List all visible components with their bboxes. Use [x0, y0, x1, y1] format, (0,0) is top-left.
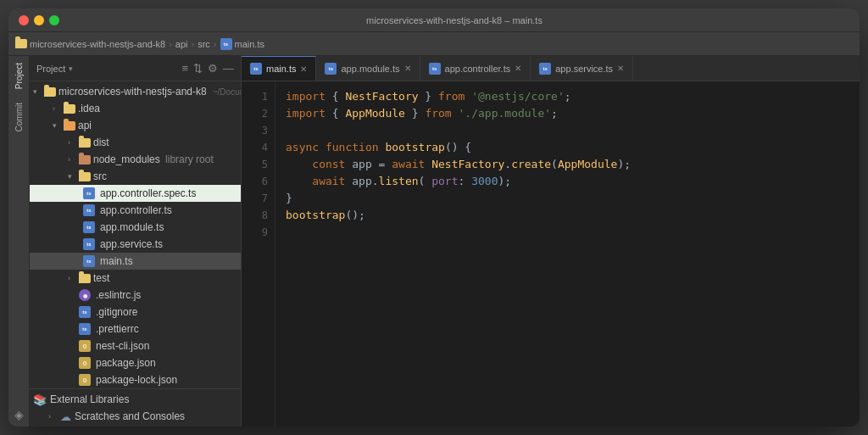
minimize-button[interactable] — [34, 15, 44, 25]
code-line-2: import { AppModule } from './app.module'… — [286, 105, 849, 122]
app-service-name: app.service.ts — [100, 238, 163, 250]
panel-close-btn[interactable]: — — [223, 62, 234, 75]
breadcrumb-bar: microservices-with-nestjs-and-k8 › api ›… — [8, 32, 860, 56]
vertical-tab-icon-1[interactable]: ◈ — [11, 403, 27, 427]
app-module-name: app.module.ts — [100, 221, 164, 233]
tree-item-prettierrc[interactable]: ts .prettierrc — [30, 321, 241, 337]
tab-app-controller-close[interactable]: ✕ — [515, 64, 521, 73]
tree-item-package-json[interactable]: {} package.json — [30, 354, 241, 371]
code-line-6: await app. listen ( port : 3000 ); — [286, 173, 849, 190]
panel-sort-btn[interactable]: ⇅ — [193, 62, 203, 75]
idea-folder-icon — [64, 104, 75, 114]
tree-item-gitignore[interactable]: ts .gitignore — [30, 304, 241, 321]
prettierrc-icon: ts — [79, 323, 91, 335]
tree-item-src[interactable]: ▾ src — [30, 168, 241, 185]
scratches-label: Scratches and Consoles — [75, 410, 185, 422]
nest-cli-icon: {} — [79, 340, 91, 352]
tree-item-api[interactable]: ▾ api — [30, 117, 241, 134]
package-json-name: package.json — [96, 357, 156, 369]
tree-item-app-controller-spec[interactable]: ts app.controller.spec.ts — [30, 185, 241, 202]
node-modules-arrow-icon: › — [68, 155, 76, 164]
idea-arrow-icon: › — [53, 104, 61, 113]
tree-item-eslintrc[interactable]: ◉ .eslintrc.js — [30, 287, 241, 304]
code-line-8: bootstrap (); — [286, 207, 849, 224]
tree-root[interactable]: ▾ microservices-with-nestjs-and-k8 ~/Doc… — [30, 83, 241, 100]
api-folder-icon — [64, 121, 75, 131]
code-area[interactable]: import { NestFactory } from '@nestjs/cor… — [275, 81, 860, 427]
tab-main-ts-icon: ts — [250, 63, 262, 75]
tree-item-main-ts[interactable]: ts main.ts — [30, 253, 241, 270]
panel-dropdown-icon[interactable]: ▾ — [69, 64, 73, 73]
package-lock-name: package-lock.json — [96, 374, 177, 386]
tree-item-dist[interactable]: › dist — [30, 134, 241, 151]
tab-app-module-close[interactable]: ✕ — [404, 64, 411, 73]
package-json-icon: {} — [79, 357, 91, 369]
tab-app-module-icon: ts — [325, 63, 337, 75]
api-arrow-icon: ▾ — [53, 121, 61, 130]
nest-cli-name: nest-cli.json — [96, 340, 149, 352]
maximize-button[interactable] — [49, 15, 59, 25]
tree-item-app-module[interactable]: ts app.module.ts — [30, 219, 241, 236]
tab-main-ts-label: main.ts — [266, 64, 296, 74]
external-libs-label: External Libraries — [50, 393, 129, 405]
editor-content: 1 2 3 4 5 6 7 8 9 import { NestFactory — [242, 81, 860, 427]
traffic-lights — [19, 15, 59, 25]
breadcrumb-project[interactable]: microservices-with-nestjs-and-k8 — [15, 39, 165, 49]
vertical-tab-commit[interactable]: Commit — [11, 96, 27, 138]
panel-footer: 📚 External Libraries › ☁ Scratches and C… — [30, 388, 241, 427]
panel-collapse-btn[interactable]: ≡ — [181, 62, 188, 75]
tree-item-nest-cli[interactable]: {} nest-cli.json — [30, 337, 241, 354]
tree-item-test[interactable]: › test — [30, 270, 241, 287]
app-service-icon: ts — [83, 238, 95, 250]
scratches-arrow-icon: › — [48, 412, 57, 421]
app-controller-spec-name: app.controller.spec.ts — [100, 187, 196, 199]
editor-area: ts main.ts ✕ ts app.module.ts ✕ ts app.c… — [242, 56, 860, 427]
main-ts-icon: ts — [83, 255, 95, 267]
breadcrumb-src[interactable]: src — [198, 39, 210, 49]
app-controller-name: app.controller.ts — [100, 204, 172, 216]
eslintrc-name: .eslintrc.js — [96, 289, 141, 301]
main-ts-name: main.ts — [100, 255, 133, 267]
line-num-2: 2 — [262, 105, 268, 122]
breadcrumb-file[interactable]: ts main.ts — [220, 38, 264, 50]
tree-item-package-lock[interactable]: {} package-lock.json — [30, 371, 241, 388]
tab-main-ts-close[interactable]: ✕ — [300, 64, 307, 74]
tab-app-service-close[interactable]: ✕ — [617, 64, 624, 73]
app-controller-icon: ts — [83, 204, 95, 216]
close-button[interactable] — [19, 15, 29, 25]
node-modules-label: library root — [163, 153, 214, 165]
line-numbers: 1 2 3 4 5 6 7 8 9 — [242, 81, 275, 427]
line-num-4: 4 — [262, 139, 268, 156]
src-folder-icon — [79, 172, 91, 181]
panel-settings-btn[interactable]: ⚙ — [208, 62, 218, 75]
vertical-tab-project[interactable]: Project — [11, 56, 27, 96]
tree-item-app-controller[interactable]: ts app.controller.ts — [30, 202, 241, 219]
tab-app-module-label: app.module.ts — [341, 64, 399, 74]
tree-item-app-service[interactable]: ts app.service.ts — [30, 236, 241, 253]
tree-item-node-modules[interactable]: › node_modules library root — [30, 151, 241, 168]
dist-folder-icon — [79, 138, 91, 148]
tree-item-idea[interactable]: › .idea — [30, 100, 241, 117]
tab-app-service[interactable]: ts app.service.ts ✕ — [531, 56, 633, 81]
api-name: api — [78, 120, 92, 131]
code-line-3 — [286, 122, 849, 139]
breadcrumb-api[interactable]: api — [175, 39, 188, 49]
code-line-9 — [286, 224, 849, 241]
tab-app-controller[interactable]: ts app.controller.ts ✕ — [420, 56, 531, 81]
line-num-1: 1 — [262, 88, 268, 105]
panel-title: Project ▾ — [36, 64, 73, 74]
tab-main-ts[interactable]: ts main.ts ✕ — [242, 56, 316, 81]
dist-name: dist — [93, 137, 109, 148]
prettierrc-name: .prettierrc — [96, 323, 139, 335]
tab-app-controller-icon: ts — [429, 63, 441, 75]
test-arrow-icon: › — [68, 274, 76, 282]
tab-app-module[interactable]: ts app.module.ts ✕ — [316, 56, 420, 81]
line-num-7: 7 — [262, 190, 268, 207]
panel-actions: ≡ ⇅ ⚙ — — [181, 62, 234, 75]
footer-scratches[interactable]: › ☁ Scratches and Consoles — [33, 408, 237, 425]
footer-external-libs[interactable]: 📚 External Libraries — [33, 391, 237, 408]
root-arrow-icon: ▾ — [33, 87, 42, 96]
src-arrow-icon: ▾ — [68, 172, 76, 181]
panel-header: Project ▾ ≡ ⇅ ⚙ — — [30, 56, 241, 81]
code-line-7: } — [286, 190, 849, 207]
